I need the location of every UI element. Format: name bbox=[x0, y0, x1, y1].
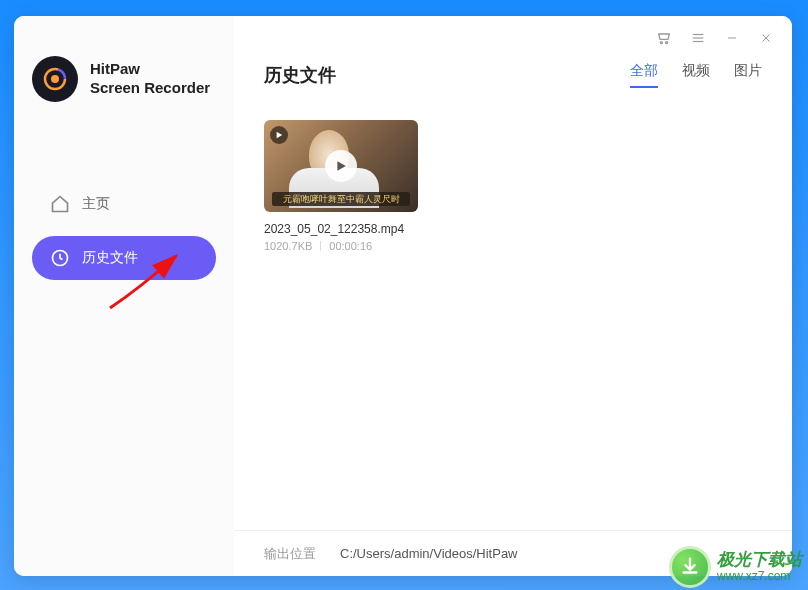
play-button-icon[interactable] bbox=[325, 150, 357, 182]
cart-icon[interactable] bbox=[656, 30, 672, 46]
svg-point-4 bbox=[660, 42, 662, 44]
app-window: HitPaw Screen Recorder 主页 历史文件 bbox=[14, 16, 792, 576]
home-icon bbox=[50, 194, 70, 214]
svg-marker-12 bbox=[277, 132, 283, 138]
svg-marker-13 bbox=[337, 161, 345, 171]
brand-logo-icon bbox=[32, 56, 78, 102]
meta-separator bbox=[320, 241, 321, 251]
file-grid: 元霸咆哮叶舞至中霸人灵尺时 2023_05_02_122358.mp4 1020… bbox=[234, 96, 792, 530]
page-title: 历史文件 bbox=[264, 63, 336, 87]
header: 历史文件 全部 视频 图片 bbox=[234, 50, 792, 96]
watermark-text: 极光下载站 www.xz7.com bbox=[717, 551, 802, 583]
sidebar-item-label: 主页 bbox=[82, 195, 110, 213]
thumbnail-caption: 元霸咆哮叶舞至中霸人灵尺时 bbox=[272, 192, 410, 206]
clock-icon bbox=[50, 248, 70, 268]
output-label: 输出位置 bbox=[264, 545, 316, 563]
brand-line-2: Screen Recorder bbox=[90, 79, 210, 98]
titlebar bbox=[234, 16, 792, 50]
output-path[interactable]: C:/Users/admin/Videos/HitPaw bbox=[340, 546, 518, 561]
tab-all[interactable]: 全部 bbox=[630, 62, 658, 88]
file-size: 1020.7KB bbox=[264, 240, 312, 252]
svg-point-5 bbox=[666, 42, 668, 44]
watermark-logo-icon bbox=[669, 546, 711, 588]
watermark-title: 极光下载站 bbox=[717, 551, 802, 570]
tab-video[interactable]: 视频 bbox=[682, 62, 710, 88]
file-thumbnail[interactable]: 元霸咆哮叶舞至中霸人灵尺时 bbox=[264, 120, 418, 212]
sidebar-item-history[interactable]: 历史文件 bbox=[32, 236, 216, 280]
sidebar-item-label: 历史文件 bbox=[82, 249, 138, 267]
watermark: 极光下载站 www.xz7.com bbox=[669, 546, 802, 588]
file-card[interactable]: 元霸咆哮叶舞至中霸人灵尺时 2023_05_02_122358.mp4 1020… bbox=[264, 120, 418, 252]
brand: HitPaw Screen Recorder bbox=[32, 56, 216, 102]
menu-icon[interactable] bbox=[690, 30, 706, 46]
file-meta: 1020.7KB 00:00:16 bbox=[264, 240, 418, 252]
sidebar: HitPaw Screen Recorder 主页 历史文件 bbox=[14, 16, 234, 576]
tab-image[interactable]: 图片 bbox=[734, 62, 762, 88]
file-name: 2023_05_02_122358.mp4 bbox=[264, 222, 418, 236]
minimize-button[interactable] bbox=[724, 30, 740, 46]
play-badge-icon bbox=[270, 126, 288, 144]
filter-tabs: 全部 视频 图片 bbox=[630, 62, 762, 88]
sidebar-item-home[interactable]: 主页 bbox=[32, 182, 216, 226]
file-duration: 00:00:16 bbox=[329, 240, 372, 252]
watermark-url: www.xz7.com bbox=[717, 570, 802, 583]
brand-text: HitPaw Screen Recorder bbox=[90, 60, 210, 98]
close-button[interactable] bbox=[758, 30, 774, 46]
brand-line-1: HitPaw bbox=[90, 60, 210, 79]
main-panel: 历史文件 全部 视频 图片 元霸咆哮叶舞至中霸人灵尺时 2023_05_02 bbox=[234, 16, 792, 576]
svg-point-2 bbox=[51, 75, 59, 83]
